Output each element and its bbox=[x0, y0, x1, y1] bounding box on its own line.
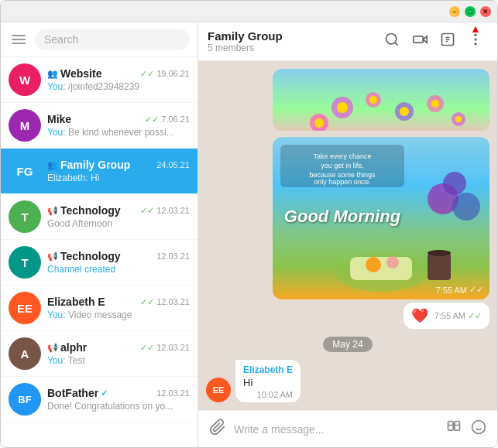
emoji-button[interactable] bbox=[469, 418, 488, 440]
verified-icon: ✓ bbox=[101, 388, 108, 398]
check-icon: ✓✓ bbox=[140, 206, 156, 215]
svg-point-12 bbox=[474, 43, 476, 45]
image-time: 7:55 AM bbox=[436, 286, 467, 295]
svg-point-2 bbox=[386, 34, 397, 44]
heart-message: ❤️ 7:55 AM ✓✓ bbox=[404, 303, 489, 329]
chat-header-members: 5 members bbox=[208, 43, 283, 53]
chat-header: Family Group 5 members ▲ bbox=[198, 22, 497, 61]
hamburger-icon bbox=[12, 39, 26, 40]
svg-point-24 bbox=[431, 100, 439, 108]
chat-item-elizabeth[interactable]: EEElizabeth E✓✓ 12.03.21You: Video messa… bbox=[1, 286, 197, 331]
chat-preview: You: Test bbox=[47, 355, 190, 366]
svg-point-22 bbox=[400, 107, 409, 116]
pinned-messages-button[interactable] bbox=[435, 29, 460, 54]
chat-preview: You: Be kind whenever possi... bbox=[47, 127, 190, 138]
check-icon: ✓✓ bbox=[140, 343, 156, 352]
hamburger-menu-button[interactable] bbox=[9, 32, 29, 47]
svg-text:only happen once.: only happen once. bbox=[314, 178, 371, 186]
chat-preview: Channel created bbox=[47, 264, 190, 275]
pin-icon bbox=[440, 32, 455, 47]
chat-preview: You: /joinfed23948239 bbox=[47, 81, 190, 92]
chat-info: 👥Family Group24.05.21Elizabeth: Hi bbox=[47, 159, 190, 183]
message-input[interactable] bbox=[234, 420, 438, 439]
command-icon bbox=[446, 419, 462, 435]
svg-rect-41 bbox=[428, 253, 451, 280]
minimize-button[interactable]: − bbox=[449, 6, 460, 17]
bubble-time: 10:02 AM bbox=[243, 390, 293, 399]
chat-info: 📢Technology✓✓ 12.03.21Good Afternoon bbox=[47, 204, 190, 229]
chat-item-alphr[interactable]: A📢alphr✓✓ 12.03.21You: Test bbox=[1, 331, 197, 377]
preview-sender: You: bbox=[47, 309, 68, 320]
chat-item-technology2[interactable]: T📢Technology12.03.21Channel created bbox=[1, 240, 197, 286]
svg-point-30 bbox=[452, 193, 480, 221]
search-input[interactable] bbox=[35, 29, 190, 50]
maximize-button[interactable]: □ bbox=[465, 6, 476, 17]
avatar: T bbox=[9, 200, 41, 233]
morning-svg: Take every chance you get in life, becau… bbox=[273, 137, 489, 299]
input-bar bbox=[198, 410, 497, 447]
chat-item-family-group[interactable]: FG👥Family Group24.05.21Elizabeth: Hi bbox=[1, 149, 197, 194]
heart-time: 7:55 AM bbox=[434, 311, 465, 320]
command-button[interactable] bbox=[445, 418, 463, 440]
chat-panel: Family Group 5 members ▲ bbox=[198, 22, 497, 447]
video-call-button[interactable] bbox=[407, 29, 432, 54]
messages-area[interactable]: Morning all! 7:54 AM ✓✓ bbox=[198, 61, 497, 410]
chat-name-row: Elizabeth E✓✓ 12.03.21 bbox=[47, 296, 190, 308]
chat-header-info: Family Group 5 members bbox=[208, 29, 283, 53]
morning-image-container: Take every chance you get in life, becau… bbox=[273, 137, 489, 299]
svg-line-3 bbox=[395, 43, 398, 46]
attach-button[interactable] bbox=[208, 417, 228, 441]
preview-sender: You: bbox=[47, 127, 68, 138]
svg-rect-4 bbox=[414, 36, 424, 43]
chat-header-name: Family Group bbox=[208, 29, 283, 43]
hamburger-icon bbox=[12, 43, 26, 44]
chat-info: 📢alphr✓✓ 12.03.21You: Test bbox=[47, 341, 190, 366]
flower-image-bg bbox=[273, 69, 489, 131]
chat-name-row: 👥Website✓✓ 19.06.21 bbox=[47, 67, 190, 80]
search-chat-button[interactable] bbox=[380, 29, 404, 54]
avatar: EE bbox=[9, 292, 41, 324]
chat-name: BotFather✓ bbox=[47, 387, 108, 399]
sidebar-header bbox=[1, 22, 197, 57]
preview-link: Channel created bbox=[47, 264, 115, 275]
chat-info: Elizabeth E✓✓ 12.03.21You: Video message bbox=[47, 296, 190, 320]
chat-preview: You: Video message bbox=[47, 309, 190, 320]
avatar: M bbox=[9, 109, 41, 142]
chat-time: 12.03.21 bbox=[156, 251, 190, 261]
svg-text:Good Morning: Good Morning bbox=[284, 207, 401, 226]
svg-text:you get in life,: you get in life, bbox=[321, 162, 364, 169]
message-morning-image: Take every chance you get in life, becau… bbox=[273, 137, 489, 299]
group-icon: 👥 bbox=[47, 69, 58, 79]
chat-item-botfather[interactable]: BFBotFather✓12.03.21Done! Congratulation… bbox=[1, 377, 197, 422]
avatar: BF bbox=[9, 383, 41, 416]
chat-info: 📢Technology12.03.21Channel created bbox=[47, 250, 190, 275]
chat-name-row: BotFather✓12.03.21 bbox=[47, 387, 190, 399]
heart-emoji: ❤️ bbox=[411, 307, 428, 324]
svg-point-29 bbox=[443, 172, 466, 195]
preview-sender: Elizabeth: bbox=[47, 173, 91, 183]
incoming-message-wrap: EE Elizabeth E Hi 10:02 AM bbox=[206, 360, 301, 402]
group-icon: 👥 bbox=[47, 160, 58, 170]
more-options-button[interactable]: ▲ bbox=[463, 29, 488, 54]
main-content: W👥Website✓✓ 19.06.21You: /joinfed2394823… bbox=[1, 22, 497, 447]
paperclip-icon bbox=[209, 419, 226, 436]
chat-name-row: 📢Technology12.03.21 bbox=[47, 250, 190, 262]
chat-item-technology1[interactable]: T📢Technology✓✓ 12.03.21Good Afternoon bbox=[1, 194, 197, 240]
chat-name: 📢Technology bbox=[47, 250, 121, 262]
app-window: − □ ✕ W👥Website✓✓ 19.06.21You: /joinfed2… bbox=[0, 0, 498, 448]
svg-point-18 bbox=[337, 102, 348, 113]
preview-sender: You: bbox=[47, 81, 68, 92]
chat-time: ✓✓ 12.03.21 bbox=[140, 343, 190, 353]
chat-info: BotFather✓12.03.21Done! Congratulations … bbox=[47, 387, 190, 412]
check-icon: ✓✓ bbox=[140, 297, 156, 306]
channel-icon: 📢 bbox=[47, 206, 58, 216]
chat-name-row: 📢Technology✓✓ 12.03.21 bbox=[47, 204, 190, 217]
chat-item-mike[interactable]: MMike✓✓ 7.06.21You: Be kind whenever pos… bbox=[1, 103, 197, 149]
close-button[interactable]: ✕ bbox=[480, 6, 491, 17]
chat-name-row: 👥Family Group24.05.21 bbox=[47, 159, 190, 171]
image-check: ✓✓ bbox=[469, 285, 483, 295]
chat-item-website[interactable]: W👥Website✓✓ 19.06.21You: /joinfed2394823… bbox=[1, 57, 197, 103]
heart-message-time: 7:55 AM ✓✓ bbox=[434, 311, 482, 321]
svg-text:Take every chance: Take every chance bbox=[313, 152, 371, 160]
chat-preview: Done! Congratulations on yo... bbox=[47, 401, 190, 412]
